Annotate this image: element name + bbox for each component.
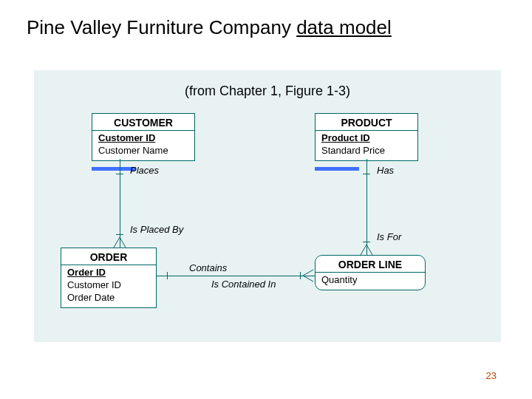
entity-order: ORDER Order ID Customer ID Order Date bbox=[61, 248, 157, 308]
svg-line-1 bbox=[120, 237, 126, 248]
title-pre: Pine Valley Furniture Company bbox=[27, 16, 296, 38]
svg-line-5 bbox=[303, 276, 313, 282]
tick-product-side bbox=[363, 174, 370, 174]
svg-line-2 bbox=[361, 245, 366, 255]
line-order-orderline bbox=[157, 276, 315, 276]
entity-product-key: Product ID bbox=[321, 132, 412, 145]
tick-orderline-h bbox=[300, 272, 301, 279]
crowfoot-order bbox=[112, 237, 127, 249]
entity-order-line-name: ORDER LINE bbox=[316, 256, 425, 272]
accent-bar-customer bbox=[92, 167, 136, 171]
title-emph: data model bbox=[296, 16, 392, 38]
diagram-subtitle: (from Chapter 1, Figure 1-3) bbox=[34, 83, 501, 99]
page-number: 23 bbox=[486, 370, 497, 381]
entity-order-line: ORDER LINE Quantity bbox=[315, 255, 426, 290]
rel-is-placed-by: Is Placed By bbox=[130, 224, 183, 235]
entity-order-name: ORDER bbox=[61, 248, 156, 265]
tick-order-side bbox=[116, 234, 123, 235]
tick-customer-side bbox=[116, 174, 123, 174]
rel-places: Places bbox=[130, 165, 159, 176]
entity-order-attr1: Customer ID bbox=[67, 279, 150, 292]
tick-order-h bbox=[167, 272, 168, 279]
crowfoot-orderline-top bbox=[359, 245, 374, 256]
entity-customer: CUSTOMER Customer ID Customer Name bbox=[92, 113, 195, 161]
rel-contains: Contains bbox=[189, 262, 227, 273]
entity-product-name: PRODUCT bbox=[316, 114, 417, 130]
rel-is-contained-in: Is Contained In bbox=[211, 279, 276, 290]
entity-customer-key: Customer ID bbox=[98, 132, 188, 145]
accent-bar-product bbox=[315, 167, 359, 171]
diagram-canvas: (from Chapter 1, Figure 1-3) CUSTOMER Cu… bbox=[34, 70, 501, 342]
tick-orderline-side bbox=[363, 242, 370, 242]
svg-line-3 bbox=[366, 245, 372, 255]
entity-product-attr: Standard Price bbox=[321, 145, 412, 157]
rel-is-for: Is For bbox=[377, 231, 401, 242]
entity-product: PRODUCT Product ID Standard Price bbox=[315, 113, 418, 161]
entity-order-key: Order ID bbox=[67, 267, 150, 279]
svg-line-0 bbox=[114, 237, 120, 248]
entity-order-line-attr: Quantity bbox=[321, 274, 419, 287]
crowfoot-orderline-left bbox=[303, 268, 315, 283]
entity-customer-name: CUSTOMER bbox=[92, 114, 194, 130]
rel-has: Has bbox=[377, 165, 394, 176]
entity-customer-attr: Customer Name bbox=[98, 145, 188, 157]
slide-title: Pine Valley Furniture Company data model bbox=[27, 16, 392, 39]
svg-line-4 bbox=[303, 270, 313, 276]
entity-order-attr2: Order Date bbox=[67, 292, 150, 304]
